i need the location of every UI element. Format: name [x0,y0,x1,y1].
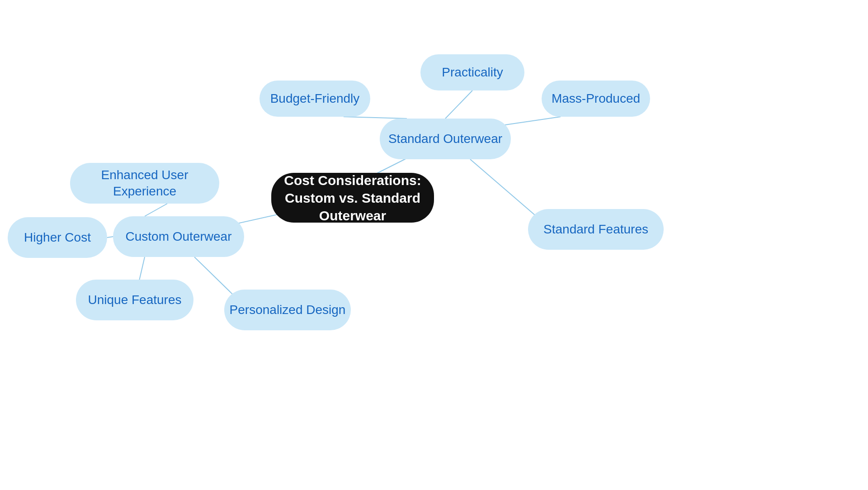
svg-line-3 [145,204,167,216]
practicality-label: Practicality [442,64,503,81]
higher-cost-label: Higher Cost [24,229,91,246]
custom-label: Custom Outerwear [126,228,232,245]
mass-produced-node: Mass-Produced [542,81,650,117]
unique-label: Unique Features [88,292,181,308]
svg-line-2 [107,237,113,238]
unique-features-node: Unique Features [76,280,193,320]
center-node: Cost Considerations: Custom vs. Standard… [271,173,434,223]
standard-features-node: Standard Features [528,209,664,250]
center-label: Cost Considerations: Custom vs. Standard… [271,171,434,224]
personalized-label: Personalized Design [230,302,346,318]
practicality-node: Practicality [420,54,524,90]
standard-features-label: Standard Features [543,221,648,238]
enhanced-node: Enhanced User Experience [70,163,219,204]
budget-label: Budget-Friendly [270,90,360,107]
standard-outerwear-node: Standard Outerwear [380,119,511,159]
custom-outerwear-node: Custom Outerwear [113,216,244,257]
standard-outerwear-label: Standard Outerwear [388,131,502,147]
svg-line-6 [445,90,472,119]
enhanced-label: Enhanced User Experience [70,167,219,200]
higher-cost-node: Higher Cost [8,217,107,258]
personalized-node: Personalized Design [224,290,351,330]
budget-node: Budget-Friendly [259,81,370,117]
mass-label: Mass-Produced [552,90,640,107]
